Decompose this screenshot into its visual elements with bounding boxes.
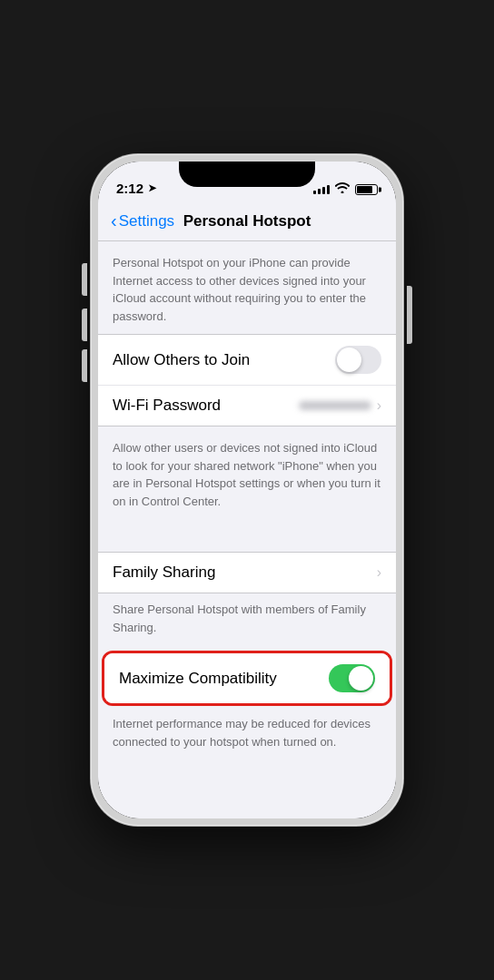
signal-bar-3 [322, 187, 325, 194]
highlight-border: Maximize Compatibility [102, 651, 392, 706]
signal-bar-1 [313, 191, 316, 194]
highlighted-section-wrapper: Maximize Compatibility [98, 649, 396, 708]
page-title: Personal Hotspot [183, 212, 311, 230]
family-sharing-row[interactable]: Family Sharing › [98, 553, 396, 593]
wifi-password-chevron-icon: › [377, 397, 381, 414]
content-area: Personal Hotspot on your iPhone can prov… [98, 241, 396, 818]
allow-others-toggle[interactable] [335, 346, 381, 374]
time-display: 2:12 [116, 181, 143, 196]
maximize-compatibility-toggle[interactable] [329, 664, 375, 692]
family-sharing-chevron-icon: › [377, 564, 381, 581]
wifi-password-row[interactable]: Wi-Fi Password › [98, 386, 396, 426]
navigation-bar: ‹ Settings Personal Hotspot [98, 201, 396, 241]
phone-frame: 2:12 ➤ [91, 154, 403, 826]
wifi-icon [335, 182, 350, 196]
allow-others-description: Allow other users or devices not signed … [98, 426, 396, 519]
status-time: 2:12 ➤ [116, 181, 156, 196]
maximize-toggle-knob [349, 666, 373, 691]
section-spacer-1 [98, 519, 396, 552]
maximize-description: Internet performance may be reduced for … [98, 708, 396, 763]
family-sharing-label: Family Sharing [113, 564, 215, 582]
status-icons [313, 182, 378, 196]
maximize-compatibility-label: Maximize Compatibility [119, 670, 277, 688]
back-chevron-icon: ‹ [111, 211, 117, 230]
battery-fill [357, 186, 372, 193]
back-label: Settings [119, 212, 174, 230]
wifi-password-right: › [299, 397, 381, 414]
toggle-knob [337, 348, 361, 372]
signal-bar-2 [318, 189, 321, 194]
maximize-compatibility-row[interactable]: Maximize Compatibility [104, 653, 390, 703]
notch [179, 162, 315, 187]
allow-others-label: Allow Others to Join [113, 351, 250, 369]
family-sharing-description: Share Personal Hotspot with members of F… [98, 593, 396, 649]
battery-icon [355, 184, 378, 195]
settings-group-1: Allow Others to Join Wi-Fi Password › [98, 334, 396, 426]
signal-bars-icon [313, 185, 330, 194]
settings-group-2: Family Sharing › [98, 552, 396, 593]
intro-description: Personal Hotspot on your iPhone can prov… [98, 241, 396, 334]
signal-bar-4 [327, 185, 330, 194]
back-button[interactable]: ‹ Settings [111, 212, 174, 230]
wifi-password-value [299, 401, 371, 410]
wifi-password-label: Wi-Fi Password [113, 397, 221, 415]
location-arrow-icon: ➤ [148, 182, 156, 194]
allow-others-row[interactable]: Allow Others to Join [98, 335, 396, 386]
